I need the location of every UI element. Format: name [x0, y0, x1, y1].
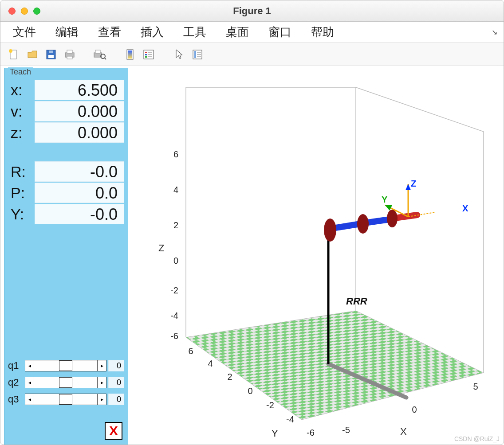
slider-q1-dec-icon[interactable]: ◂	[25, 360, 34, 371]
save-file-icon[interactable]	[43, 47, 59, 62]
z-axis-ticks: 6 4 2 0 -2 -4 -6	[170, 149, 178, 341]
close-icon[interactable]	[8, 8, 16, 15]
slider-q1-inc-icon[interactable]: ▸	[97, 360, 106, 371]
print-preview-icon[interactable]	[92, 47, 108, 62]
menu-file[interactable]: 文件	[3, 23, 46, 41]
slider-value-q3: 0	[108, 394, 124, 405]
label-yaw: Y:	[8, 206, 35, 223]
svg-rect-17	[145, 56, 147, 58]
value-y: 0.000	[35, 101, 124, 121]
svg-text:-6: -6	[307, 428, 315, 437]
svg-rect-13	[128, 51, 132, 59]
svg-text:-5: -5	[342, 425, 350, 435]
svg-point-33	[357, 214, 369, 234]
z-axis-label: Z	[158, 242, 164, 254]
label-pitch: P:	[8, 184, 35, 202]
menu-edit[interactable]: 编辑	[46, 23, 88, 41]
dock-arrow-icon[interactable]: ↘	[492, 28, 497, 36]
svg-point-1	[9, 49, 12, 53]
svg-text:4: 4	[208, 359, 213, 368]
titlebar: Figure 1	[0, 0, 504, 22]
svg-rect-4	[49, 51, 53, 53]
slider-q3-thumb[interactable]	[59, 394, 72, 405]
window-title: Figure 1	[0, 5, 504, 17]
slider-q2-dec-icon[interactable]: ◂	[25, 377, 34, 388]
value-roll: -0.0	[35, 161, 124, 182]
robot-3d-plot[interactable]: Z Y X RRR 6 4 2 0 -2 -4 -6 Z 6	[134, 70, 498, 442]
slider-q3-inc-icon[interactable]: ▸	[97, 394, 106, 405]
minimize-icon[interactable]	[21, 8, 28, 15]
svg-rect-7	[67, 56, 72, 59]
pointer-icon[interactable]	[171, 47, 187, 62]
svg-text:0: 0	[173, 256, 178, 265]
svg-text:2: 2	[173, 220, 178, 230]
print-icon[interactable]	[62, 47, 78, 62]
svg-text:5: 5	[473, 382, 478, 391]
slider-label-q3: q3	[8, 394, 23, 405]
menu-help[interactable]: 帮助	[301, 23, 344, 41]
zoom-icon[interactable]	[33, 8, 40, 15]
open-file-icon[interactable]	[24, 47, 40, 62]
svg-text:6: 6	[173, 149, 178, 159]
x-axis-label: X	[400, 426, 407, 437]
slider-value-q2: 0	[108, 377, 124, 388]
slider-q1-thumb[interactable]	[59, 360, 72, 371]
label-x: x:	[8, 82, 35, 99]
exit-button[interactable]: X	[105, 422, 122, 440]
menu-view[interactable]: 查看	[88, 23, 131, 41]
slider-q2-thumb[interactable]	[59, 377, 72, 388]
svg-text:-4: -4	[170, 311, 178, 320]
menu-desktop[interactable]: 桌面	[216, 23, 259, 41]
joint-sliders: q1 ◂ ▸ 0 q2 ◂ ▸ 0 q3 ◂	[8, 360, 124, 410]
value-yaw: -0.0	[35, 204, 124, 224]
slider-q3-dec-icon[interactable]: ◂	[25, 394, 34, 405]
slider-label-q2: q2	[8, 377, 23, 388]
value-x: 6.500	[35, 80, 124, 100]
watermark: CSDN @RuiZ_J	[454, 435, 500, 442]
svg-text:-2: -2	[170, 285, 178, 295]
menubar: 文件 编辑 查看 插入 工具 桌面 窗口 帮助 ↘	[0, 22, 504, 43]
svg-rect-6	[67, 50, 72, 53]
toolbar	[0, 43, 504, 66]
teach-panel: Teach x: 6.500 v: 0.000 z: 0.000 R: -0.0…	[4, 68, 128, 445]
slider-q3[interactable]: ◂ ▸	[25, 394, 106, 405]
svg-text:4: 4	[173, 185, 178, 195]
svg-text:0: 0	[248, 386, 252, 396]
svg-text:-4: -4	[286, 414, 294, 424]
svg-text:Y: Y	[382, 195, 388, 204]
value-z: 0.000	[35, 122, 124, 143]
slider-label-q1: q1	[8, 360, 23, 371]
slider-q2[interactable]: ◂ ▸	[25, 377, 106, 388]
slider-q1[interactable]: ◂ ▸	[25, 360, 106, 371]
svg-line-29	[333, 224, 360, 228]
insert-colorbar-icon[interactable]	[122, 47, 138, 62]
robot-name-label: RRR	[346, 296, 367, 307]
label-y: v:	[8, 103, 35, 120]
svg-text:0: 0	[412, 405, 417, 414]
svg-marker-36	[406, 184, 411, 190]
svg-rect-15	[145, 52, 147, 53]
svg-text:Z: Z	[411, 179, 416, 188]
menu-window[interactable]: 窗口	[259, 23, 301, 41]
svg-text:X: X	[462, 203, 469, 213]
svg-rect-16	[145, 54, 147, 55]
slider-q2-inc-icon[interactable]: ▸	[97, 377, 106, 388]
new-file-icon[interactable]	[6, 47, 22, 62]
data-cursor-icon[interactable]	[189, 47, 205, 62]
menu-insert[interactable]: 插入	[131, 23, 173, 41]
slider-value-q1: 0	[108, 360, 124, 371]
svg-rect-9	[95, 50, 100, 53]
label-z: z:	[8, 124, 35, 141]
svg-point-34	[387, 210, 398, 227]
svg-line-11	[105, 58, 106, 59]
value-pitch: 0.0	[35, 183, 124, 203]
insert-legend-icon[interactable]	[141, 47, 157, 62]
svg-point-32	[324, 219, 336, 242]
y-axis-label: Y	[272, 428, 278, 439]
svg-text:-2: -2	[266, 400, 274, 410]
teach-panel-title: Teach	[8, 67, 33, 77]
svg-rect-3	[48, 55, 54, 58]
svg-rect-22	[194, 51, 196, 58]
svg-text:6: 6	[188, 346, 193, 356]
menu-tools[interactable]: 工具	[173, 23, 216, 41]
